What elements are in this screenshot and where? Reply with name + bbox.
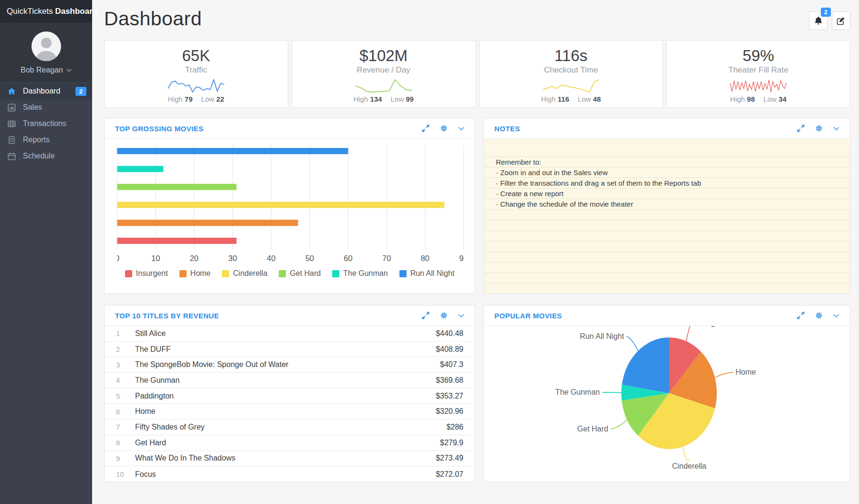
note-line: · Change the schedule of the movie theat… [484,199,850,210]
row-title: The Gunman [135,376,179,385]
pie-leader-line [715,372,733,378]
stat-value: 59% [667,47,850,65]
pie-leader-line [627,336,638,351]
sparkline-traffic [168,79,224,93]
stat-card-revenue-day: $102MRevenue / DayHigh 134Low 99 [292,40,476,108]
brand-bold: Dashboard [55,7,97,16]
sidebar-item-label: Sales [23,103,42,112]
panel-notes: NOTES Remember to:· Zoom in and out in t… [483,118,850,294]
legend-label: Cinderella [233,269,267,278]
row-revenue: $369.68 [436,376,463,385]
stat-label: Traffic [105,65,288,75]
stat-label: Revenue / Day [292,65,475,75]
row-revenue: $273.49 [436,454,463,462]
expand-icon[interactable] [797,125,805,132]
panel-top-grossing-movies: TOP GROSSING MOVIES 0102030405060708090 … [104,118,475,294]
legend-item-the-gunman: The Gunman [332,269,388,278]
sidebar-item-reports[interactable]: Reports [0,132,92,148]
row-rank: 10 [116,470,135,478]
legend-swatch [222,270,229,277]
legend-label: The Gunman [343,269,388,278]
bar-home [117,220,298,226]
collapse-chevron-icon[interactable] [458,314,464,318]
sidebar-item-transactions[interactable]: Transactions [0,116,92,132]
chart-legend: InsurgentHomeCinderellaGet HardThe Gunma… [117,269,462,278]
note-line: Remember to: [484,157,850,168]
legend-item-home: Home [179,269,211,278]
pie-label-cinderella: Cinderella [672,462,706,470]
reports-icon [8,136,16,144]
pie-label-run-all-night: Run All Night [580,332,624,340]
brand-regular: QuickTickets [7,7,53,16]
page-title: Dashboard [104,8,202,30]
gear-icon[interactable] [440,312,448,319]
legend-item-run-all-night: Run All Night [399,269,455,278]
note-line: · Create a new report [484,189,850,199]
compose-button[interactable] [832,11,850,30]
table-row: 6Home$320.96 [105,404,475,420]
user-profile: Bob Reagan [0,23,92,82]
bar-insurgent [117,238,237,244]
expand-icon[interactable] [422,125,430,132]
gear-icon[interactable] [440,125,448,132]
sidebar-item-schedule[interactable]: Schedule [0,148,92,164]
notifications-button[interactable]: 2 [809,11,828,30]
notes-body[interactable]: Remember to:· Zoom in and out in the Sal… [484,139,850,294]
sidebar-item-sales[interactable]: Sales [0,99,92,116]
panel-actions [797,312,839,319]
legend-item-cinderella: Cinderella [222,269,267,278]
legend-label: Home [190,269,211,278]
pie-leader-line [686,326,691,341]
collapse-chevron-icon[interactable] [833,126,839,131]
note-line: · Zoom in and out in the Sales view [484,168,850,178]
user-menu[interactable]: Bob Reagan [21,66,72,74]
table-row: 1Still Alice$440.48 [105,326,475,342]
pie-label-the-gunman: The Gunman [555,388,600,396]
sales-icon [8,104,16,112]
bar-cinderella [117,202,445,208]
stats-row: 65KTrafficHigh 79Low 22$102MRevenue / Da… [104,40,850,108]
panel-actions [422,312,464,319]
legend-swatch [179,270,187,277]
note-line-empty [484,252,850,262]
app-brand: QuickTickets Dashboard [0,0,92,23]
row-revenue: $279.9 [440,439,463,447]
note-line: · Filter the transactions and drag a set… [484,178,850,189]
legend-label: Insurgent [136,269,168,278]
row-revenue: $286 [446,423,463,431]
row-revenue: $320.96 [436,407,463,416]
row-revenue: $408.89 [436,345,463,354]
svg-text:50: 50 [305,254,314,262]
gear-icon[interactable] [815,312,823,319]
stat-value: 65K [105,47,288,65]
main-content: Dashboard 2 65KTrafficHigh 79Low 22$102M… [92,0,859,504]
note-line-empty [484,210,850,220]
stat-high-low: High 134Low 99 [292,95,475,103]
panel-header: TOP GROSSING MOVIES [105,118,475,139]
expand-icon[interactable] [422,312,430,319]
row-revenue: $272.07 [436,470,463,479]
sparkline-checkout-time [543,79,599,93]
legend-swatch [279,270,286,277]
expand-icon[interactable] [797,312,805,319]
row-title: The DUFF [135,345,171,354]
collapse-chevron-icon[interactable] [458,126,464,131]
stat-value: 116s [480,47,663,65]
svg-text:60: 60 [344,254,352,262]
svg-text:90: 90 [459,254,464,262]
chevron-down-icon [66,69,72,72]
panel-header: TOP 10 TITLES BY REVENUE [105,305,475,326]
row-rank: 7 [116,423,135,431]
svg-text:20: 20 [190,254,199,262]
sidebar-item-dashboard[interactable]: Dashboard2 [0,83,92,99]
stat-card-traffic: 65KTrafficHigh 79Low 22 [104,40,288,108]
bar-get-hard [117,184,237,190]
note-line-empty [484,262,850,273]
note-line-empty [484,284,850,294]
gear-icon[interactable] [815,125,823,132]
collapse-chevron-icon[interactable] [833,314,839,318]
user-name: Bob Reagan [21,66,63,74]
sidebar-menu: Dashboard2SalesTransactionsReportsSchedu… [0,82,92,164]
panel-top-titles-by-revenue: TOP 10 TITLES BY REVENUE 1Still Alice$44… [104,305,475,482]
avatar[interactable] [31,32,61,61]
